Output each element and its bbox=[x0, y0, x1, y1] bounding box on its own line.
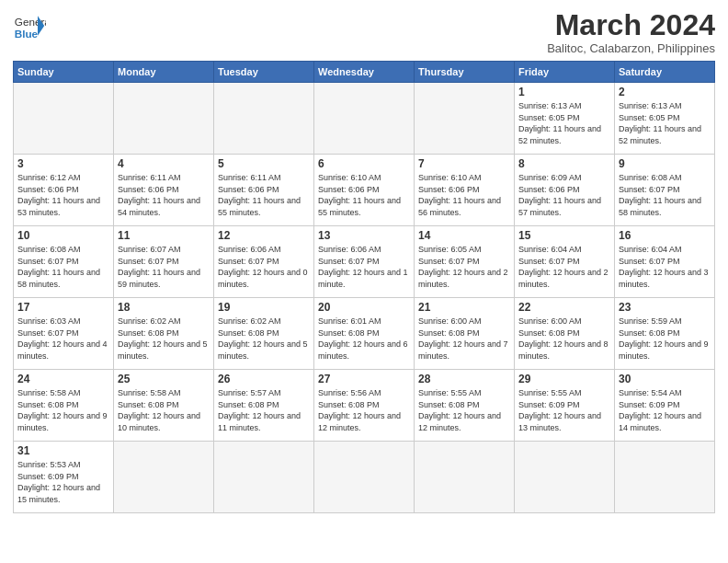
calendar-cell bbox=[114, 442, 214, 513]
day-number: 11 bbox=[118, 229, 210, 242]
day-info: Sunrise: 6:05 AM Sunset: 6:07 PM Dayligh… bbox=[418, 244, 510, 290]
day-info: Sunrise: 6:09 AM Sunset: 6:06 PM Dayligh… bbox=[518, 172, 610, 218]
calendar-cell: 21Sunrise: 6:00 AM Sunset: 6:08 PM Dayli… bbox=[415, 298, 515, 370]
day-number: 20 bbox=[318, 301, 410, 314]
day-info: Sunrise: 5:58 AM Sunset: 6:08 PM Dayligh… bbox=[17, 387, 109, 433]
weekday-row: SundayMondayTuesdayWednesdayThursdayFrid… bbox=[14, 62, 715, 83]
calendar-cell bbox=[615, 442, 715, 513]
calendar-cell bbox=[515, 442, 615, 513]
day-number: 9 bbox=[619, 157, 711, 170]
day-info: Sunrise: 6:04 AM Sunset: 6:07 PM Dayligh… bbox=[518, 244, 610, 290]
calendar-cell: 30Sunrise: 5:54 AM Sunset: 6:09 PM Dayli… bbox=[615, 370, 715, 442]
day-number: 31 bbox=[17, 444, 109, 457]
location-subtitle: Balitoc, Calabarzon, Philippines bbox=[547, 41, 715, 55]
day-number: 15 bbox=[518, 229, 610, 242]
weekday-header-friday: Friday bbox=[515, 62, 615, 83]
day-info: Sunrise: 6:01 AM Sunset: 6:08 PM Dayligh… bbox=[318, 316, 410, 362]
day-number: 23 bbox=[619, 301, 711, 314]
calendar-cell: 31Sunrise: 5:53 AM Sunset: 6:09 PM Dayli… bbox=[14, 442, 114, 513]
calendar-cell: 28Sunrise: 5:55 AM Sunset: 6:08 PM Dayli… bbox=[415, 370, 515, 442]
calendar-cell bbox=[314, 83, 415, 155]
day-info: Sunrise: 6:11 AM Sunset: 6:06 PM Dayligh… bbox=[218, 172, 310, 218]
month-title: March 2024 bbox=[547, 9, 715, 41]
day-number: 19 bbox=[218, 301, 310, 314]
calendar-cell: 8Sunrise: 6:09 AM Sunset: 6:06 PM Daylig… bbox=[515, 155, 615, 226]
day-info: Sunrise: 6:11 AM Sunset: 6:06 PM Dayligh… bbox=[118, 172, 210, 218]
page: General Blue March 2024 Balitoc, Calabar… bbox=[0, 0, 728, 563]
day-number: 16 bbox=[619, 229, 711, 242]
calendar-cell: 27Sunrise: 5:56 AM Sunset: 6:08 PM Dayli… bbox=[314, 370, 415, 442]
day-number: 3 bbox=[17, 157, 109, 170]
svg-text:Blue: Blue bbox=[15, 28, 39, 40]
day-info: Sunrise: 6:06 AM Sunset: 6:07 PM Dayligh… bbox=[218, 244, 310, 290]
calendar-cell bbox=[415, 83, 515, 155]
calendar-cell: 13Sunrise: 6:06 AM Sunset: 6:07 PM Dayli… bbox=[314, 226, 415, 298]
calendar-cell: 2Sunrise: 6:13 AM Sunset: 6:05 PM Daylig… bbox=[615, 83, 715, 155]
day-info: Sunrise: 6:13 AM Sunset: 6:05 PM Dayligh… bbox=[619, 100, 711, 146]
logo: General Blue bbox=[13, 9, 46, 42]
calendar-week-3: 10Sunrise: 6:08 AM Sunset: 6:07 PM Dayli… bbox=[14, 226, 715, 298]
calendar-cell: 6Sunrise: 6:10 AM Sunset: 6:06 PM Daylig… bbox=[314, 155, 415, 226]
calendar-week-5: 24Sunrise: 5:58 AM Sunset: 6:08 PM Dayli… bbox=[14, 370, 715, 442]
day-info: Sunrise: 6:02 AM Sunset: 6:08 PM Dayligh… bbox=[218, 316, 310, 362]
day-number: 24 bbox=[17, 373, 109, 385]
day-number: 6 bbox=[318, 157, 410, 170]
weekday-header-tuesday: Tuesday bbox=[214, 62, 314, 83]
calendar-cell: 16Sunrise: 6:04 AM Sunset: 6:07 PM Dayli… bbox=[615, 226, 715, 298]
calendar-cell bbox=[114, 83, 214, 155]
day-number: 29 bbox=[518, 373, 610, 385]
weekday-header-wednesday: Wednesday bbox=[314, 62, 415, 83]
day-info: Sunrise: 5:56 AM Sunset: 6:08 PM Dayligh… bbox=[318, 387, 410, 433]
day-number: 27 bbox=[318, 373, 410, 385]
day-number: 25 bbox=[118, 373, 210, 385]
calendar-cell: 3Sunrise: 6:12 AM Sunset: 6:06 PM Daylig… bbox=[14, 155, 114, 226]
day-number: 12 bbox=[218, 229, 310, 242]
day-info: Sunrise: 6:13 AM Sunset: 6:05 PM Dayligh… bbox=[518, 100, 610, 146]
calendar-week-4: 17Sunrise: 6:03 AM Sunset: 6:07 PM Dayli… bbox=[14, 298, 715, 370]
day-info: Sunrise: 6:08 AM Sunset: 6:07 PM Dayligh… bbox=[17, 244, 109, 290]
calendar-cell bbox=[214, 442, 314, 513]
day-info: Sunrise: 6:07 AM Sunset: 6:07 PM Dayligh… bbox=[118, 244, 210, 290]
calendar-cell: 1Sunrise: 6:13 AM Sunset: 6:05 PM Daylig… bbox=[515, 83, 615, 155]
day-info: Sunrise: 5:58 AM Sunset: 6:08 PM Dayligh… bbox=[118, 387, 210, 433]
day-number: 21 bbox=[418, 301, 510, 314]
calendar-cell: 7Sunrise: 6:10 AM Sunset: 6:06 PM Daylig… bbox=[415, 155, 515, 226]
calendar-cell: 10Sunrise: 6:08 AM Sunset: 6:07 PM Dayli… bbox=[14, 226, 114, 298]
day-info: Sunrise: 6:00 AM Sunset: 6:08 PM Dayligh… bbox=[518, 316, 610, 362]
day-number: 1 bbox=[518, 86, 610, 98]
day-info: Sunrise: 6:08 AM Sunset: 6:07 PM Dayligh… bbox=[619, 172, 711, 218]
day-number: 4 bbox=[118, 157, 210, 170]
calendar-cell: 20Sunrise: 6:01 AM Sunset: 6:08 PM Dayli… bbox=[314, 298, 415, 370]
header: General Blue March 2024 Balitoc, Calabar… bbox=[13, 9, 715, 55]
calendar-cell: 14Sunrise: 6:05 AM Sunset: 6:07 PM Dayli… bbox=[415, 226, 515, 298]
calendar-cell: 11Sunrise: 6:07 AM Sunset: 6:07 PM Dayli… bbox=[114, 226, 214, 298]
title-area: March 2024 Balitoc, Calabarzon, Philippi… bbox=[547, 9, 715, 55]
calendar-cell: 19Sunrise: 6:02 AM Sunset: 6:08 PM Dayli… bbox=[214, 298, 314, 370]
day-info: Sunrise: 6:02 AM Sunset: 6:08 PM Dayligh… bbox=[118, 316, 210, 362]
day-number: 13 bbox=[318, 229, 410, 242]
day-info: Sunrise: 6:06 AM Sunset: 6:07 PM Dayligh… bbox=[318, 244, 410, 290]
calendar-cell: 18Sunrise: 6:02 AM Sunset: 6:08 PM Dayli… bbox=[114, 298, 214, 370]
generalblue-logo-icon: General Blue bbox=[13, 9, 46, 42]
day-info: Sunrise: 5:55 AM Sunset: 6:09 PM Dayligh… bbox=[518, 387, 610, 433]
calendar-cell bbox=[415, 442, 515, 513]
day-info: Sunrise: 5:55 AM Sunset: 6:08 PM Dayligh… bbox=[418, 387, 510, 433]
weekday-header-saturday: Saturday bbox=[615, 62, 715, 83]
calendar-cell: 4Sunrise: 6:11 AM Sunset: 6:06 PM Daylig… bbox=[114, 155, 214, 226]
day-number: 22 bbox=[518, 301, 610, 314]
calendar-body: 1Sunrise: 6:13 AM Sunset: 6:05 PM Daylig… bbox=[14, 83, 715, 513]
day-number: 18 bbox=[118, 301, 210, 314]
day-number: 7 bbox=[418, 157, 510, 170]
day-info: Sunrise: 6:10 AM Sunset: 6:06 PM Dayligh… bbox=[318, 172, 410, 218]
calendar-cell: 5Sunrise: 6:11 AM Sunset: 6:06 PM Daylig… bbox=[214, 155, 314, 226]
calendar-week-2: 3Sunrise: 6:12 AM Sunset: 6:06 PM Daylig… bbox=[14, 155, 715, 226]
calendar-cell bbox=[314, 442, 415, 513]
day-info: Sunrise: 6:00 AM Sunset: 6:08 PM Dayligh… bbox=[418, 316, 510, 362]
calendar-cell: 25Sunrise: 5:58 AM Sunset: 6:08 PM Dayli… bbox=[114, 370, 214, 442]
day-number: 10 bbox=[17, 229, 109, 242]
day-number: 2 bbox=[619, 86, 711, 98]
calendar-table: SundayMondayTuesdayWednesdayThursdayFrid… bbox=[13, 61, 715, 513]
day-info: Sunrise: 5:54 AM Sunset: 6:09 PM Dayligh… bbox=[619, 387, 711, 433]
calendar-header: SundayMondayTuesdayWednesdayThursdayFrid… bbox=[14, 62, 715, 83]
day-info: Sunrise: 6:04 AM Sunset: 6:07 PM Dayligh… bbox=[619, 244, 711, 290]
